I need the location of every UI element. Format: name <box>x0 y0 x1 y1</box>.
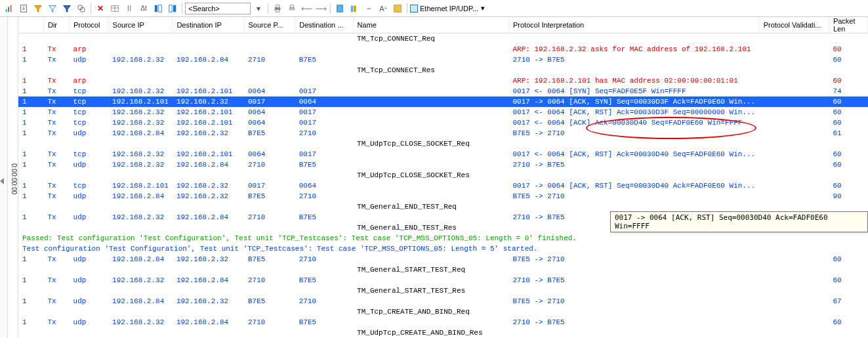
table-row[interactable]: 1TxarpARP: 192.168.2.101 has MAC address… <box>18 75 868 86</box>
table-row[interactable]: 1TxarpARP: 192.168.2.32 asks for MAC add… <box>18 44 868 54</box>
tooltip: 0017 -> 0064 [ACK, RST] Seq=00030D40 Ack… <box>610 211 868 232</box>
cell-plen: 74 <box>829 86 867 96</box>
table-row[interactable]: TM_UdpTcp_CREATE_AND_BIND_Res <box>18 327 868 338</box>
col-dst-port[interactable]: Destination ... <box>295 17 353 33</box>
cell-pv <box>759 149 829 159</box>
chart-icon[interactable] <box>3 2 16 15</box>
event-name: TM_General_END_TEST_Req <box>353 201 508 212</box>
table-row[interactable]: 1Txudp192.168.2.32192.168.2.842710B7E527… <box>18 275 868 285</box>
cell-name <box>353 296 508 306</box>
table-row[interactable]: 1Txtcp192.168.2.32192.168.2.101006400170… <box>18 149 868 159</box>
printer-icon[interactable] <box>271 2 284 15</box>
table-row[interactable]: 1Txudp192.168.2.84192.168.2.32B7E52710B7… <box>18 128 868 138</box>
table-row[interactable]: Passed: Test configuration 'Test Configu… <box>18 233 868 243</box>
cell-dprt: 0017 <box>295 117 353 128</box>
packet-grid[interactable]: Dir Protocol Source IP Destination IP So… <box>18 17 868 338</box>
table-row[interactable]: 1Txtcp192.168.2.32192.168.2.101006400170… <box>18 86 868 96</box>
cell-pv <box>759 44 829 54</box>
book-icon[interactable] <box>333 2 346 15</box>
delete-icon[interactable]: ✕ <box>94 2 107 15</box>
svg-rect-10 <box>159 5 161 12</box>
col-protocol[interactable]: Protocol <box>70 17 109 33</box>
cell-pi: ARP: 192.168.2.32 asks for MAC address o… <box>508 44 759 54</box>
cell-proto: tcp <box>70 180 109 191</box>
col-dst-ip[interactable]: Destination IP <box>173 17 244 33</box>
filter-icon[interactable] <box>31 2 45 15</box>
layout1-icon[interactable] <box>152 2 165 15</box>
col-src-port[interactable]: Source P... <box>244 17 295 33</box>
col-dir[interactable]: Dir <box>43 17 69 33</box>
table-row[interactable]: TM_General_START_TEST_Req <box>18 264 868 275</box>
table-row[interactable]: Test configuration 'Test Configuration',… <box>18 243 868 254</box>
table-row[interactable]: TM_Tcp_CONNECT_Req <box>18 33 868 44</box>
cell-plen: 60 <box>829 54 867 65</box>
cell-proto: tcp <box>70 107 109 117</box>
col-name[interactable]: Name <box>353 17 508 33</box>
cell-sip: 192.168.2.32 <box>108 275 173 285</box>
cell-dip: 192.168.2.84 <box>173 275 244 285</box>
filter3-icon[interactable] <box>60 2 73 15</box>
cell-idx: 1 <box>18 44 43 54</box>
protocol-selector[interactable]: Ethernet IP/UDP... ▾ <box>410 4 485 12</box>
table-row[interactable]: 1Txudp192.168.2.32192.168.2.842710B7E527… <box>18 54 868 65</box>
table-row[interactable]: TM_UdpTcp_CLOSE_SOCKET_Res <box>18 170 868 180</box>
cell-pi: 0017 -> 0064 [ACK, RST] Seq=00030D40 Ack… <box>508 180 759 191</box>
font-icon[interactable]: A+ <box>377 2 390 15</box>
cell-dir: Tx <box>43 317 69 327</box>
cell-proto: arp <box>70 44 109 54</box>
color-icon[interactable] <box>391 2 404 15</box>
time-axis-label: 0:00:00:00 <box>10 163 18 194</box>
table-row[interactable]: 1Txtcp192.168.2.101192.168.2.32001700640… <box>18 96 868 107</box>
table-row[interactable]: 1Txudp192.168.2.84192.168.2.32B7E52710B7… <box>18 254 868 264</box>
cell-name <box>353 75 508 86</box>
books-icon[interactable] <box>348 2 361 15</box>
table-icon[interactable] <box>108 2 121 15</box>
col-blank[interactable] <box>18 17 43 33</box>
cell-idx: 1 <box>18 191 43 201</box>
cell-dip: 192.168.2.32 <box>173 254 244 264</box>
table-row[interactable]: 1Txudp192.168.2.32192.168.2.842710B7E527… <box>18 317 868 327</box>
layout2-icon[interactable] <box>166 2 179 15</box>
find-icon[interactable] <box>75 2 88 15</box>
cell-idx: 1 <box>18 75 43 86</box>
table-row[interactable]: TM_General_END_TEST_Req <box>18 201 868 212</box>
expand-left-icon[interactable] <box>0 178 4 184</box>
prev-icon[interactable]: ⟵ <box>300 2 313 15</box>
cell-sprt: B7E5 <box>244 128 295 138</box>
next-icon[interactable]: ⟶ <box>314 2 327 15</box>
table-row[interactable]: 1Txudp192.168.2.32192.168.2.842710B7E527… <box>18 159 868 170</box>
table-row[interactable]: 1Txtcp192.168.2.32192.168.2.101006400170… <box>18 117 868 128</box>
export-icon[interactable] <box>17 2 30 15</box>
cell-pi: 2710 -> B7E5 <box>508 275 759 285</box>
table-row[interactable]: TM_General_START_TEST_Res <box>18 285 868 296</box>
table-row[interactable]: 1Txudp192.168.2.84192.168.2.32B7E52710B7… <box>18 191 868 201</box>
table-row[interactable]: TM_Tcp_CREATE_AND_BIND_Req <box>18 306 868 317</box>
table-row[interactable]: 1Txtcp192.168.2.32192.168.2.101006400170… <box>18 107 868 117</box>
table-row[interactable]: TM_UdpTcp_CLOSE_SOCKET_Req <box>18 138 868 149</box>
cell-dprt: 0064 <box>295 180 353 191</box>
cell-pv <box>759 180 829 191</box>
printer2-icon[interactable] <box>285 2 299 15</box>
table-row[interactable]: 1Txtcp192.168.2.101192.168.2.32001700640… <box>18 180 868 191</box>
cell-dir: Tx <box>43 128 69 138</box>
event-name: TM_Tcp_CREATE_AND_BIND_Req <box>353 306 508 317</box>
search-dropdown-icon[interactable]: ▾ <box>252 2 265 15</box>
header-row[interactable]: Dir Protocol Source IP Destination IP So… <box>18 17 868 33</box>
col-src-ip[interactable]: Source IP <box>108 17 173 33</box>
cell-sprt: B7E5 <box>244 296 295 306</box>
col-proto-interp[interactable]: Protocol Interpretation <box>508 17 759 33</box>
delta-icon[interactable]: Δt <box>137 2 150 15</box>
pause-icon[interactable]: II <box>123 2 136 15</box>
cell-proto: tcp <box>70 96 109 107</box>
event-name: TM_UdpTcp_CLOSE_SOCKET_Res <box>353 170 508 180</box>
col-pkt-len[interactable]: Packet Len <box>829 17 867 33</box>
cell-sip: 192.168.2.32 <box>108 149 173 159</box>
table-row[interactable]: 1Txudp192.168.2.84192.168.2.32B7E52710B7… <box>18 296 868 306</box>
cell-pi: B7E5 -> 2710 <box>508 296 759 306</box>
search-input[interactable] <box>185 3 251 14</box>
filter2-icon[interactable] <box>46 2 59 15</box>
svg-rect-12 <box>173 5 176 12</box>
col-proto-valid[interactable]: Protocol Validati... <box>759 17 829 33</box>
minus-icon[interactable]: − <box>362 2 375 15</box>
table-row[interactable]: TM_Tcp_CONNECT_Res <box>18 65 868 75</box>
